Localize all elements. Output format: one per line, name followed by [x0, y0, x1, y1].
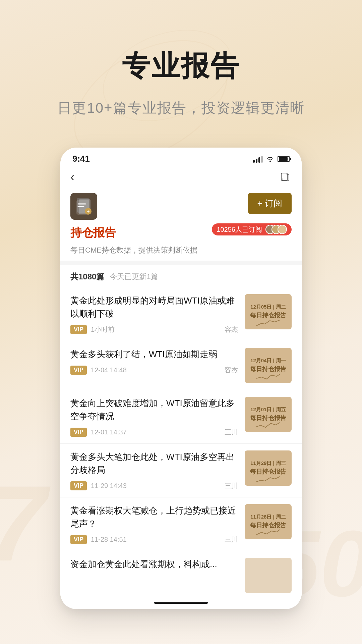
thumb-date: 12月04日 | 周一 — [250, 358, 286, 364]
article-author: 三川 — [225, 535, 238, 544]
channel-description: 每日CME持仓数据，提供决策判断依据 — [70, 245, 292, 255]
article-item-partial[interactable]: 资金加仓黄金此处看涨期权，料构成... — [60, 551, 302, 596]
phone-mockup: 9:41 — [60, 148, 302, 609]
channel-name: 持仓报告 — [70, 225, 116, 240]
article-author: 容杰 — [225, 366, 238, 375]
article-content: 黄金多头大笔加仓此处，WTI原油多空再出分歧格局 VIP 11-29 14:43… — [70, 450, 238, 490]
section-divider — [60, 261, 302, 265]
status-bar: 9:41 — [60, 148, 302, 167]
thumb-chart-icon — [255, 420, 282, 430]
vip-badge: VIP — [70, 481, 87, 490]
back-button[interactable]: ‹ — [70, 170, 74, 184]
status-icons — [253, 155, 290, 163]
share-icon — [280, 172, 290, 182]
nav-bar: ‹ — [60, 167, 302, 190]
article-author: 三川 — [225, 481, 238, 490]
svg-rect-1 — [281, 173, 287, 180]
vip-badge: VIP — [70, 535, 87, 544]
article-meta-left: VIP 11-28 14:51 — [70, 535, 127, 544]
article-count-bar: 共1080篇 今天已更新1篇 — [60, 265, 302, 287]
subscriber-avatars — [265, 225, 287, 234]
thumb-date: 11月28日 | 周二 — [250, 514, 286, 520]
article-thumbnail: 11月28日 | 周二 每日持仓报告 — [245, 504, 292, 539]
channel-info: 持仓报告 10256人已订阅 每日CME持仓数据，提供决策判断依据 — [60, 225, 302, 261]
article-meta: VIP 12-04 14:48 容杰 — [70, 366, 238, 375]
channel-header: + + 订阅 — [60, 190, 302, 225]
article-time: 11-29 14:43 — [91, 482, 127, 490]
article-title: 黄金多头获利了结，WTI原油如期走弱 — [70, 348, 238, 361]
thumb-date: 12月01日 | 周五 — [250, 407, 286, 413]
article-thumbnail: 12月01日 | 周五 每日持仓报告 — [245, 397, 292, 432]
article-meta-left: VIP 1小时前 — [70, 325, 115, 334]
article-title: 黄金多头大笔加仓此处，WTI原油多空再出分歧格局 — [70, 450, 238, 477]
thumb-date: 12月05日 | 周二 — [250, 304, 286, 310]
article-time: 12-01 14:37 — [91, 428, 127, 436]
article-item[interactable]: 黄金多头获利了结，WTI原油如期走弱 VIP 12-04 14:48 容杰 12… — [60, 341, 302, 390]
vip-badge: VIP — [70, 366, 87, 375]
article-content: 黄金此处形成明显的对峙局面WTI原油或难以顺利下破 VIP 1小时前 容杰 — [70, 294, 238, 334]
article-content: 资金加仓黄金此处看涨期权，料构成... — [70, 558, 238, 576]
article-title: 资金加仓黄金此处看涨期权，料构成... — [70, 558, 238, 571]
article-thumbnail: 12月05日 | 周二 每日持仓报告 — [245, 294, 292, 329]
article-meta-left: VIP 11-29 14:43 — [70, 481, 127, 490]
status-time: 9:41 — [72, 154, 90, 164]
article-thumbnail: 12月04日 | 周一 每日持仓报告 — [245, 348, 292, 383]
article-title: 黄金向上突破难度增加，WTI原油留意此多空争夺情况 — [70, 397, 238, 423]
hero-title: 专业报告 — [122, 47, 240, 85]
article-thumbnail — [245, 558, 292, 593]
article-meta-left: VIP 12-04 14:48 — [70, 366, 127, 375]
article-meta-left: VIP 12-01 14:37 — [70, 428, 127, 437]
share-button[interactable] — [279, 171, 292, 183]
vip-badge: VIP — [70, 428, 87, 437]
battery-icon — [278, 156, 290, 162]
article-meta: VIP 11-28 14:51 三川 — [70, 535, 238, 544]
thumb-chart-icon — [255, 527, 282, 537]
subscribe-button[interactable]: + 订阅 — [248, 193, 292, 214]
article-content: 黄金向上突破难度增加，WTI原油留意此多空争夺情况 VIP 12-01 14:3… — [70, 397, 238, 437]
page-content: 专业报告 日更10+篇专业报告，投资逻辑更清晰 9:41 — [0, 0, 362, 609]
article-updated-today: 今天已更新1篇 — [110, 272, 158, 282]
article-list: 黄金此处形成明显的对峙局面WTI原油或难以顺利下破 VIP 1小时前 容杰 12… — [60, 287, 302, 596]
article-meta: VIP 12-01 14:37 三川 — [70, 428, 238, 437]
article-item[interactable]: 黄金看涨期权大笔减仓，上行趋势或已接近尾声？ VIP 11-28 14:51 三… — [60, 497, 302, 551]
article-title: 黄金此处形成明显的对峙局面WTI原油或难以顺利下破 — [70, 294, 238, 320]
channel-logo-icon: + — [75, 197, 92, 216]
article-meta: VIP 11-29 14:43 三川 — [70, 481, 238, 490]
article-time: 1小时前 — [91, 325, 115, 334]
article-meta: VIP 1小时前 容杰 — [70, 325, 238, 334]
subscribers-badge: 10256人已订阅 — [212, 223, 292, 235]
thumb-chart-icon — [255, 474, 282, 484]
article-title: 黄金看涨期权大笔减仓，上行趋势或已接近尾声？ — [70, 504, 238, 530]
article-author: 三川 — [225, 428, 238, 437]
vip-badge: VIP — [70, 325, 87, 334]
article-content: 黄金看涨期权大笔减仓，上行趋势或已接近尾声？ VIP 11-28 14:51 三… — [70, 504, 238, 544]
wifi-icon — [266, 156, 274, 162]
home-indicator — [154, 602, 208, 604]
hero-subtitle: 日更10+篇专业报告，投资逻辑更清晰 — [57, 99, 304, 117]
svg-text:+: + — [86, 208, 89, 214]
article-author: 容杰 — [225, 325, 238, 334]
article-time: 12-04 14:48 — [91, 366, 127, 374]
article-thumbnail: 11月29日 | 周三 每日持仓报告 — [245, 450, 292, 486]
article-content: 黄金多头获利了结，WTI原油如期走弱 VIP 12-04 14:48 容杰 — [70, 348, 238, 375]
thumb-chart-icon — [255, 317, 282, 327]
article-time: 11-28 14:51 — [91, 536, 127, 543]
signal-bars-icon — [253, 155, 263, 163]
channel-logo: + — [70, 193, 97, 220]
article-count: 共1080篇 — [70, 271, 104, 282]
sub-avatar-3 — [278, 225, 287, 234]
article-item[interactable]: 黄金向上突破难度增加，WTI原油留意此多空争夺情况 VIP 12-01 14:3… — [60, 390, 302, 444]
article-item[interactable]: 黄金多头大笔加仓此处，WTI原油多空再出分歧格局 VIP 11-29 14:43… — [60, 444, 302, 497]
thumb-chart-icon — [255, 371, 282, 381]
article-item[interactable]: 黄金此处形成明显的对峙局面WTI原油或难以顺利下破 VIP 1小时前 容杰 12… — [60, 287, 302, 341]
thumb-date: 11月29日 | 周三 — [250, 460, 286, 467]
bottom-indicator — [60, 596, 302, 609]
subscriber-count: 10256人已订阅 — [217, 225, 262, 234]
svg-point-0 — [269, 161, 271, 162]
